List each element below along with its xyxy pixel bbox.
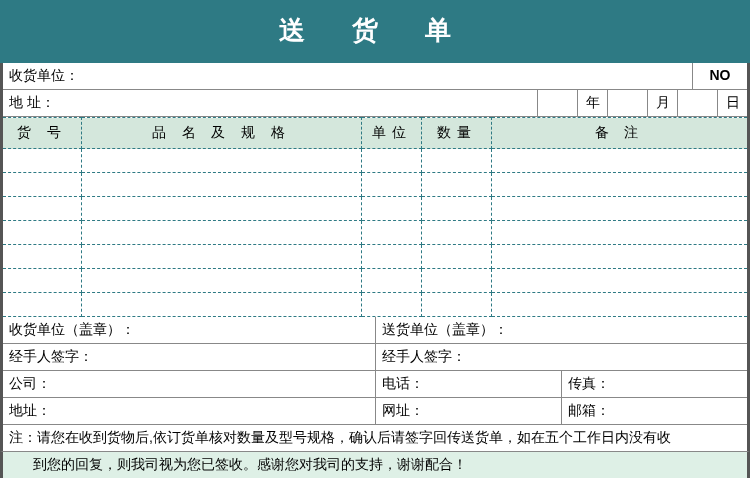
contact-row-2: 地址： 网址： 邮箱：	[0, 398, 750, 425]
address-label: 地 址：	[3, 90, 88, 117]
recipient-row: 收货单位： NO	[0, 63, 750, 90]
send-sign: 经手人签字：	[375, 344, 747, 371]
company-label: 公司：	[9, 375, 59, 393]
month-value[interactable]	[607, 90, 647, 117]
address-date-row: 地 址： 年 月 日	[0, 90, 750, 117]
sign-row: 经手人签字： 经手人签字：	[0, 344, 750, 371]
col-spec: 品 名 及 规 格	[82, 118, 362, 149]
month-label: 月	[647, 90, 677, 117]
send-stamp: 送货单位（盖章）：	[375, 317, 747, 344]
year-label: 年	[577, 90, 607, 117]
address-value[interactable]	[88, 90, 537, 117]
web-label: 网址：	[382, 402, 432, 420]
col-code: 货 号	[2, 118, 82, 149]
table-row[interactable]	[2, 269, 749, 293]
recv-sign: 经手人签字：	[3, 344, 375, 371]
phone-label: 电话：	[382, 375, 432, 393]
stamp-row: 收货单位（盖章）： 送货单位（盖章）：	[0, 317, 750, 344]
table-row[interactable]	[2, 149, 749, 173]
table-row[interactable]	[2, 221, 749, 245]
recipient-value[interactable]	[88, 63, 692, 90]
note-line-1: 注：请您在收到货物后,依订货单核对数量及型号规格，确认后请签字回传送货单，如在五…	[0, 425, 750, 452]
day-value[interactable]	[677, 90, 717, 117]
items-table: 货 号 品 名 及 规 格 单位 数量 备 注	[0, 117, 750, 317]
col-unit: 单位	[362, 118, 422, 149]
note-line-2: 到您的回复，则我司视为您已签收。感谢您对我司的支持，谢谢配合！	[0, 452, 750, 478]
document-title: 送 货 单	[0, 0, 750, 63]
recipient-label: 收货单位：	[3, 63, 88, 90]
col-qty: 数量	[422, 118, 492, 149]
no-label: NO	[692, 63, 747, 90]
year-value[interactable]	[537, 90, 577, 117]
table-row[interactable]	[2, 293, 749, 317]
email-label: 邮箱：	[568, 402, 618, 420]
table-row[interactable]	[2, 173, 749, 197]
day-label: 日	[717, 90, 747, 117]
table-row[interactable]	[2, 245, 749, 269]
addr-label: 地址：	[9, 402, 59, 420]
recv-stamp: 收货单位（盖章）：	[3, 317, 375, 344]
contact-row-1: 公司： 电话： 传真：	[0, 371, 750, 398]
table-row[interactable]	[2, 197, 749, 221]
fax-label: 传真：	[568, 375, 618, 393]
col-remark: 备 注	[492, 118, 749, 149]
